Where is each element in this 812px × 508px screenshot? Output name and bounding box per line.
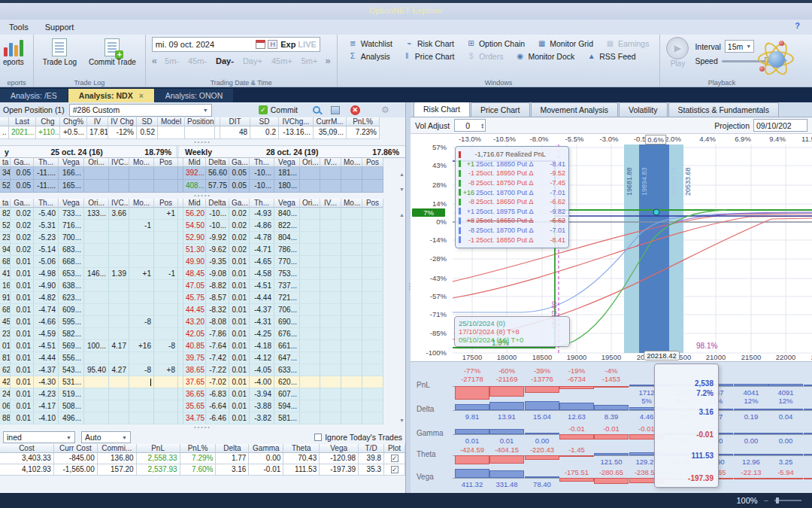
plot-date-label: 17/10/2024 (8) T+8 <box>459 327 565 336</box>
nav-45m-[interactable]: 45m- <box>188 56 207 65</box>
exp-label[interactable]: Exp <box>280 40 295 49</box>
history-icon[interactable]: H <box>268 40 277 49</box>
scroll-down-icon[interactable]: ▼ <box>399 418 404 423</box>
windows-button-rss-feed[interactable]: ▲RSS Feed <box>582 51 640 62</box>
reports-button[interactable]: eports <box>0 37 27 78</box>
vol-adjust-spinner[interactable]: 0▲▼ <box>454 119 486 132</box>
option-chain-row[interactable]: 230.02-5.23700...52.90-9.920.02-4.78804.… <box>0 232 405 244</box>
option-chain-row[interactable]: 010.01-4.51569...100...4.17+16-840.85-7.… <box>0 340 405 352</box>
tab-analysis-ndx[interactable]: Analysis: NDX× <box>68 89 154 102</box>
option-chain-row[interactable]: 520.02-5.31716...-154.50-10...0.02-4.868… <box>0 220 405 232</box>
spinner-arrows-icon[interactable]: ▲▼ <box>480 123 485 129</box>
histogram-value-label: 12.96 <box>742 458 760 466</box>
option-chain-row[interactable]: 680.01-4.74609...44.45-8.320.01-4.37706.… <box>0 304 405 316</box>
legend-entry[interactable]: +825oct. 18650 Put Δ-6.62 <box>459 216 565 226</box>
chart-tab-risk-chart[interactable]: Risk Chart <box>414 102 470 117</box>
tab-analysis-onon[interactable]: Analysis: ONON <box>155 89 233 102</box>
scroll-down-icon[interactable]: ▼ <box>399 187 404 192</box>
option-chain-row[interactable]: 820.02-5.40733...133...3.66+156.20-10...… <box>0 208 405 220</box>
position-summary-row[interactable]: ..2021...+110...+0.5...17.81-12%0.52480.… <box>0 126 405 139</box>
horizontal-splitter[interactable]: ••••• <box>0 193 405 199</box>
option-chain-row[interactable]: 410.01-4.98653...146...1.39+1-148.45-9.0… <box>0 268 405 280</box>
horizontal-splitter[interactable]: ••••• <box>0 424 405 430</box>
option-chain-row[interactable]: 450.01-4.66595...-843.20-8.080.01-4.3169… <box>0 316 405 328</box>
menu-tools[interactable]: Tools <box>9 23 29 32</box>
windows-button-watchlist[interactable]: ≣Watchlist <box>344 38 397 49</box>
chart-tab-statistics-fundamentals[interactable]: Statistics & Fundamentals <box>668 102 779 117</box>
chart-tab-price-chart[interactable]: Price Chart <box>471 102 530 117</box>
legend-entry[interactable]: -825oct. 18750 Put Δ-7.45 <box>459 178 565 188</box>
plot-checkbox[interactable]: ✓ <box>391 455 398 462</box>
calendar-icon[interactable] <box>256 40 265 49</box>
plot-checkbox[interactable]: ✓ <box>391 466 398 473</box>
legend-entry[interactable]: +125oct. 18975 Put Δ-9.82 <box>459 207 565 217</box>
option-chain-row[interactable]: 160.01-4.90638...47.05-8.820.01-4.51737.… <box>0 280 405 292</box>
option-chain-row[interactable]: 060.01-4.17508...35.65-6.640.01-3.88594.… <box>0 400 405 412</box>
risk-chart[interactable]: -1,716.67 Realized PnL+125oct. 18850 Put… <box>411 134 812 361</box>
trade-log-button[interactable]: Trade Log <box>40 37 80 78</box>
scroll-up-icon[interactable]: ▲ <box>399 172 404 177</box>
windows-button-option-chain[interactable]: ⊞Option Chain <box>462 38 529 49</box>
open-position-row[interactable]: 520.05-11....165...408...57.750.05-10...… <box>0 180 405 193</box>
legend-entry[interactable]: +125oct. 18850 Put Δ-8.41 <box>459 160 565 169</box>
open-position-row[interactable]: 340.05-11....166...392...56.600.05-10...… <box>0 167 405 180</box>
projection-date-input[interactable]: 09/10/202 <box>753 119 807 132</box>
menu-support[interactable]: Support <box>45 23 74 32</box>
chevron-right-icon[interactable]: » <box>325 55 330 66</box>
interval-select[interactable]: 15m▼ <box>725 40 754 53</box>
display-mode-select[interactable]: ined▼ <box>3 431 75 443</box>
legend-entry[interactable]: -825oct. 18700 Put Δ-7.01 <box>459 226 565 236</box>
commit-trade-button[interactable]: + Commit Trade <box>86 37 139 78</box>
status-bar: 100% − <box>0 493 812 508</box>
export-grid-icon[interactable] <box>331 106 340 114</box>
legend-entry[interactable]: +1625oct. 18700 Put Δ-7.01 <box>459 187 565 197</box>
nav-5m-[interactable]: 5m+ <box>301 56 318 65</box>
position-legend: -1,716.67 Realized PnL+125oct. 18850 Put… <box>455 146 569 248</box>
windows-button-monitor-dock[interactable]: ◉Monitor Dock <box>511 51 579 62</box>
option-chain-row[interactable]: 620.01-4.37543...95.404.27-8+838.65-7.22… <box>0 364 405 376</box>
plot-dates-box[interactable]: 25/10/2024 (0)17/10/2024 (8) T+809/10/20… <box>454 316 570 347</box>
play-button[interactable]: ▶ Play <box>666 37 689 78</box>
windows-button-monitor-grid[interactable]: ▦Monitor Grid <box>532 38 598 49</box>
search-icon[interactable] <box>313 106 320 114</box>
windows-button-price-chart[interactable]: ‖Price Chart <box>398 51 459 62</box>
option-chain-row[interactable]: 880.01-4.10496...34.75-6.460.01-3.82581.… <box>0 412 405 424</box>
strategy-select[interactable]: #286 Custom▼ <box>69 104 212 117</box>
option-chain-row[interactable]: 810.01-4.44556...39.75-7.420.01-4.12647.… <box>0 352 405 364</box>
option-chain-row[interactable]: 240.01-4.23519...36.65-6.830.01-3.94607.… <box>0 388 405 400</box>
option-chain-row[interactable]: 680.01-5.06668...49.90-9.350.01-4.65770.… <box>0 256 405 268</box>
legend-entry[interactable]: -1,716.67 Realized PnL <box>459 150 565 160</box>
main-area: Open Position (1) #286 Custom▼ ✓Commit ✕… <box>0 102 812 493</box>
nav-5m-[interactable]: 5m- <box>165 56 179 65</box>
chart-tab-movement-analysis[interactable]: Movement Analysis <box>531 102 618 117</box>
expiration-header[interactable]: y25 oct. 24 (16)18.79% Weekly28 oct. 24 … <box>0 145 405 158</box>
price-chart-icon: ‖ <box>402 52 412 61</box>
auto-select[interactable]: Auto▼ <box>81 431 131 443</box>
ignore-trades-checkbox[interactable]: Ignore Today's Trades <box>314 433 402 442</box>
close-position-icon[interactable]: ✕ <box>350 105 360 115</box>
zoom-slider[interactable] <box>774 500 801 501</box>
trading-date-input[interactable]: mi. 09 oct. 2024 H Exp LIVE <box>152 37 320 52</box>
chevron-left-icon[interactable]: « <box>152 55 157 66</box>
tab-analysis-es[interactable]: Analysis: /ES <box>0 89 68 102</box>
windows-button-risk-chart[interactable]: ⌁Risk Chart <box>400 38 459 49</box>
option-chain-row[interactable]: 910.01-4.82623...45.75-8.570.01-4.44721.… <box>0 292 405 304</box>
option-chain-row[interactable]: 420.01-4.30531...37.65-7.020.01-4.00620.… <box>0 376 405 388</box>
live-label[interactable]: LIVE <box>298 40 316 49</box>
scroll-up-icon[interactable]: ▲ <box>399 212 404 217</box>
windows-button-analysis[interactable]: ΣAnalysis <box>344 51 395 62</box>
nav-day-[interactable]: Day+ <box>243 56 262 65</box>
legend-entry[interactable]: -825oct. 18650 Put Δ-6.62 <box>459 197 565 207</box>
legend-entry[interactable]: -125oct. 18950 Put Δ-9.52 <box>459 169 565 178</box>
option-chain-row[interactable]: 940.02-5.14683...51.30-9.620.02-4.71786.… <box>0 244 405 256</box>
help-icon[interactable]: ? <box>795 21 800 30</box>
nav-45m-[interactable]: 45m+ <box>271 56 292 65</box>
chart-tab-volatility[interactable]: Volatility <box>619 102 668 117</box>
commit-button[interactable]: ✓Commit <box>259 105 298 114</box>
option-chain-row[interactable]: 230.01-4.59582...42.05-7.860.01-4.25676.… <box>0 328 405 340</box>
horizontal-splitter[interactable]: ••••• <box>0 139 405 145</box>
nav-day-[interactable]: Day- <box>216 56 234 65</box>
close-icon[interactable]: × <box>139 91 144 100</box>
legend-entry[interactable]: -125oct. 18850 Put Δ-8.41 <box>459 235 565 245</box>
gear-icon[interactable]: ⚙ <box>381 105 389 115</box>
